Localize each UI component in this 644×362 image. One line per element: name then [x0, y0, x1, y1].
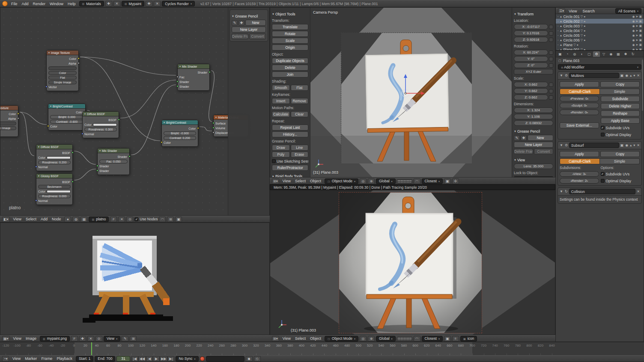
- node-row[interactable]: BSDF: [38, 151, 71, 155]
- tab-texture[interactable]: ▦: [615, 51, 622, 57]
- transport-button[interactable]: ◀: [146, 356, 153, 362]
- display-channels-icon[interactable]: ⊞: [130, 336, 137, 341]
- transport-button[interactable]: ▶|: [167, 356, 174, 362]
- menu-item[interactable]: Select: [293, 336, 308, 341]
- shader-node[interactable]: ▼ Bright/Contrast Color: [161, 120, 198, 147]
- ui-item-label[interactable]: Repeat:: [272, 119, 285, 123]
- collapse-icon[interactable]: ▼: [50, 105, 52, 107]
- node-row[interactable]: Roughness: 0.200: [38, 160, 71, 164]
- node-row[interactable]: Roughness: 0.300: [84, 127, 117, 131]
- ui-item-label[interactable]: Use Sketching Sessi: [277, 159, 308, 163]
- input-socket[interactable]: [35, 166, 37, 168]
- ui-item-label[interactable]: Keyframes:: [272, 92, 290, 97]
- editor-type-menu[interactable]: ◧▾: [2, 217, 10, 222]
- tab-render-layers[interactable]: ◔: [564, 51, 571, 57]
- node-row[interactable]: Alpha: [48, 61, 77, 65]
- color-swatch[interactable]: [47, 190, 71, 193]
- ui-item[interactable]: ▼ ✎ ✚ Delete Frame Convert: [232, 33, 266, 39]
- paint-mode-icon[interactable]: ✎: [122, 336, 128, 341]
- ui-item-label[interactable]: New Layer: [232, 27, 266, 33]
- ui-item[interactable]: ▼ ✎ ✚ Lock to Object:: [514, 170, 553, 175]
- output-socket[interactable]: [17, 117, 19, 119]
- subdivide-uvs-checkbox[interactable]: Subdivide UVs: [601, 171, 640, 177]
- ui-item-b[interactable]: Clear: [291, 111, 309, 117]
- panel-collapse-icon[interactable]: ▼: [514, 159, 516, 161]
- input-socket[interactable]: [45, 86, 48, 88]
- node-row[interactable]: Color: [164, 126, 196, 131]
- rendered-viewport[interactable]: (31) Plane.003: [270, 190, 555, 335]
- move-up-icon[interactable]: ▴: [629, 143, 632, 147]
- node-row[interactable]: Vector: [48, 85, 77, 89]
- node-header[interactable]: ▼ Bright/Contrast: [48, 104, 85, 109]
- node-header[interactable]: ▼ Diffuse BSDF: [83, 112, 119, 116]
- ui-item-a[interactable]: Draw: [272, 145, 290, 151]
- node-header[interactable]: ▼ Mix Shader: [178, 64, 209, 69]
- ui-item-label[interactable]: Motion Paths:: [272, 106, 294, 110]
- ui-item[interactable]: ▼ ✎ ✚ Scale:: [514, 75, 553, 81]
- ui-item[interactable]: ▼ ✎ ✚ Grease Pencil:: [272, 138, 308, 144]
- ui-item-label[interactable]: Join: [272, 71, 308, 77]
- ui-item-label[interactable]: History...: [272, 131, 308, 137]
- snap-icon[interactable]: ◠: [159, 217, 166, 222]
- tab-world[interactable]: ◐: [578, 51, 585, 57]
- shader-node[interactable]: ▼ Diffuse BSDF BSDF: [36, 144, 73, 171]
- ui-item[interactable]: ▼ ✎ ✚ Duplicate Objects: [272, 58, 308, 64]
- ui-item[interactable]: ▼ ✎ ✚ Draw Line: [272, 145, 308, 151]
- subdivide-uvs-checkbox[interactable]: Subdivide UVs: [601, 125, 640, 131]
- lock-icon[interactable]: [549, 63, 553, 68]
- output-socket[interactable]: [72, 151, 74, 154]
- node-row[interactable]: [48, 66, 77, 70]
- ui-item-label[interactable]: Location:: [514, 18, 529, 23]
- ui-item[interactable]: ▼ ✎ ✚ Grease Pencil: [232, 13, 266, 19]
- ui-item-label[interactable]: Rigid Body Tools: [275, 174, 302, 178]
- node-row[interactable]: Shader: [99, 164, 128, 168]
- pencil-icon[interactable]: ✎: [514, 135, 520, 141]
- object-dot-icon[interactable]: ◦: [558, 29, 558, 32]
- material-nodes-icon[interactable]: ●: [64, 217, 71, 222]
- ui-item[interactable]: ▼ ✎ ✚ Grease Pencil: [514, 128, 553, 134]
- node-row[interactable]: Shader: [179, 70, 208, 74]
- close-icon[interactable]: ✕: [636, 74, 640, 77]
- modifier-header[interactable]: ▼ ⚙ Multires ▣ ◉ ▴ ▾ ✕: [558, 72, 641, 80]
- lock-icon[interactable]: [549, 50, 553, 55]
- object-name[interactable]: Circle.003: [563, 24, 579, 28]
- selectable-arrow-icon[interactable]: ➤: [636, 39, 638, 42]
- node-header[interactable]: ▼ Mix Shader: [98, 148, 129, 153]
- simple-button[interactable]: Simple: [600, 158, 640, 164]
- render-visibility-icon[interactable]: ▣: [620, 143, 624, 147]
- ui-item-label[interactable]: New: [528, 135, 553, 141]
- render-opengl-icon[interactable]: ▣: [444, 178, 451, 184]
- node-row[interactable]: BSDF: [84, 118, 117, 122]
- visibility-eye-icon[interactable]: ◉: [632, 34, 635, 37]
- copy-button[interactable]: Copy: [600, 81, 640, 87]
- move-down-icon[interactable]: ▾: [633, 74, 635, 77]
- layer-dots[interactable]: [397, 337, 412, 341]
- collapse-icon[interactable]: ▼: [559, 74, 564, 77]
- ui-item[interactable]: ▼ ✎ ✚ Transform: [514, 11, 553, 17]
- editor-type-menu[interactable]: ⊞▾: [272, 178, 279, 184]
- editor-type-menu[interactable]: ⊞▾: [272, 336, 279, 341]
- node-row[interactable]: Bright: 0.000: [50, 115, 83, 119]
- ui-item-b[interactable]: Convert: [534, 148, 553, 154]
- blender-logo-icon[interactable]: [2, 1, 8, 6]
- ui-item[interactable]: ▼ ✎ ✚ Z: 0.92618: [514, 37, 553, 42]
- ui-item[interactable]: ▼ ✎ ✚ New Layer: [514, 142, 553, 148]
- object-name[interactable]: Circle.004: [563, 29, 579, 33]
- color-swatch[interactable]: [93, 123, 117, 126]
- tab-object-data[interactable]: ▽: [600, 51, 607, 57]
- modifier-header[interactable]: ▼ ↻ Collision ✕: [558, 188, 641, 196]
- apply-button[interactable]: Apply: [560, 81, 599, 87]
- object-dot-icon[interactable]: ◦: [558, 39, 558, 42]
- object-name[interactable]: Circle.002: [563, 19, 579, 24]
- object-name[interactable]: Circle.001: [563, 15, 579, 19]
- menu-item[interactable]: Add: [20, 1, 31, 6]
- output-socket[interactable]: [118, 119, 120, 121]
- ui-item-label[interactable]: Object:: [272, 52, 283, 56]
- fake-user-button[interactable]: F: [110, 217, 117, 222]
- apply-base-button[interactable]: Apply Base: [601, 118, 640, 124]
- node-row[interactable]: Normal: [38, 199, 71, 203]
- modifier-name-field[interactable]: Subsurf: [569, 142, 619, 148]
- render-camera-icon[interactable]: ▣: [639, 24, 642, 28]
- shader-node[interactable]: ▼ Glossy BSDF BSDF: [36, 173, 73, 205]
- shader-node[interactable]: ▼ Image Texture Color: [46, 50, 79, 91]
